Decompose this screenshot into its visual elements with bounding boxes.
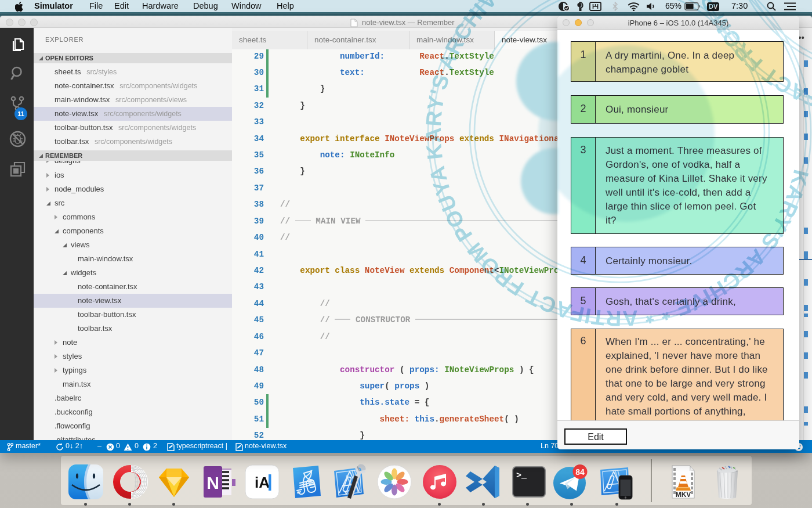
- svg-text:iA: iA: [255, 474, 270, 491]
- svg-text:>_: >_: [516, 471, 527, 481]
- svg-text:MKV: MKV: [676, 491, 691, 499]
- svg-text:84: 84: [575, 467, 585, 477]
- svg-text:N: N: [206, 473, 219, 492]
